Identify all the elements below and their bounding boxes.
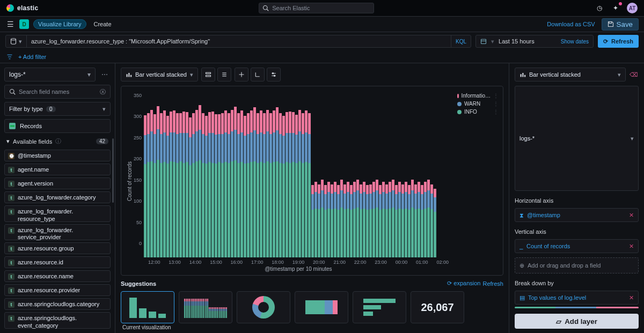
remove-icon[interactable]: ✕ [629,212,634,219]
chart-bar[interactable] [144,115,147,257]
field-item[interactable]: tazure.springcloudlogs.category [4,298,111,310]
chart-bar[interactable] [182,112,185,257]
show-dates-link[interactable]: Show dates [561,39,589,45]
chart-bar[interactable] [408,185,411,257]
chart-bar[interactable] [170,112,172,257]
add-filter-link[interactable]: + Add filter [18,54,46,60]
brand[interactable]: elastic [6,4,38,12]
chart-bar[interactable] [234,107,237,257]
chart-bar[interactable] [356,180,359,257]
time-picker[interactable]: ▾ Last 15 hours Show dates [475,35,594,48]
query-input[interactable]: azure_log_forwarder.resource_type : "Mic… [27,38,451,45]
chart-bar[interactable] [372,182,375,257]
chart-bar[interactable] [260,110,262,257]
legend-item[interactable]: Informatio…⋮ [457,93,499,99]
datasource-settings-icon[interactable]: ⋯ [99,71,111,78]
suggestions-refresh-link[interactable]: ⟳ expansion Refresh [447,280,503,287]
chart-bar[interactable] [224,110,227,257]
chart-bar[interactable] [398,182,401,257]
layer-datasource-select[interactable]: logs-* ▾ [515,86,639,191]
chart-bar[interactable] [298,110,301,257]
chart-bar[interactable] [186,112,188,257]
legend-item[interactable]: INFO⋮ [457,109,499,115]
chart-bar[interactable] [150,110,153,257]
chart-bar[interactable] [340,180,343,257]
axis-button[interactable] [251,68,265,82]
field-item[interactable]: tagent.version [4,177,111,189]
chart-bar[interactable] [269,113,272,257]
suggestion-stacked-single[interactable] [295,291,348,323]
field-item[interactable]: tazure.resource.provider [4,284,111,296]
global-search-input[interactable]: Search Elastic [259,3,374,13]
chart-bar[interactable] [157,106,159,257]
field-item[interactable]: ⌚@timestamp [4,150,111,161]
suggestion-donut[interactable] [237,291,290,323]
remove-icon[interactable]: ✕ [629,294,634,301]
v-axis-add-field[interactable]: ⊕ Add or drag and drop a field [515,257,639,273]
chart-bar[interactable] [247,113,250,257]
chart-bar[interactable] [202,113,204,257]
chart-bar[interactable] [266,110,269,257]
chart-bar[interactable] [218,114,221,257]
space-badge[interactable]: D [19,19,29,29]
chart-bar[interactable] [430,184,433,257]
chart-bar[interactable] [314,182,317,257]
chart-bar[interactable] [292,112,295,257]
chart-bar[interactable] [418,182,420,257]
field-item[interactable]: tazure.springcloudlogs. event_category [4,312,111,329]
chart-bar[interactable] [405,182,407,257]
scrollbar-thumb[interactable] [112,138,114,203]
chart-bar[interactable] [228,113,230,257]
records-row[interactable]: Records [4,119,111,133]
chart-bar[interactable] [318,184,320,257]
settings-button[interactable] [267,68,281,82]
save-button[interactable]: Save [602,18,639,31]
chart-bar[interactable] [324,185,327,257]
refresh-button[interactable]: ⟳ Refresh [598,35,639,48]
chart-bar[interactable] [376,180,378,257]
chart-bar[interactable] [424,182,427,257]
chart-bar[interactable] [337,185,340,257]
chart-bar[interactable] [421,185,423,257]
legend-more-icon[interactable]: ⋮ [493,93,499,99]
suggestion-stacked[interactable] [179,291,232,323]
chart-bar[interactable] [163,110,166,257]
field-item[interactable]: tazure_log_forwarder. service_provider [4,224,111,241]
suggestion-hbar[interactable] [353,291,406,323]
chart-bar[interactable] [427,180,430,257]
chart-bar[interactable] [434,189,436,257]
chart-bar[interactable] [289,112,291,257]
chart-bar[interactable] [311,185,314,257]
chart-bar[interactable] [192,113,195,257]
chart-bar[interactable] [179,113,182,257]
chart-bar[interactable] [250,110,253,257]
field-item[interactable]: tagent.name [4,164,111,175]
user-avatar[interactable]: AT [627,3,638,13]
suggestion-metric[interactable]: 26,067 [411,291,464,323]
field-item[interactable]: tazure_log_forwarder. resource_type [4,205,111,222]
breakdown-field[interactable]: ▤Top values of log.level ✕ [515,291,639,305]
chart-bar[interactable] [231,110,233,257]
layer-delete-icon[interactable]: ⌫ [629,71,639,78]
info-icon[interactable]: ⓘ [55,137,61,145]
chart-bar[interactable] [208,112,211,257]
chart-bar[interactable] [240,110,243,257]
chart-bar[interactable] [366,185,369,257]
clear-icon[interactable]: ⓧ [100,88,106,96]
breadcrumb-visualize[interactable]: Visualize Library [33,19,86,29]
chart-bar[interactable] [305,110,308,257]
chart-bar[interactable] [286,112,288,257]
legend-more-icon[interactable]: ⋮ [493,101,499,107]
legend-item[interactable]: WARN⋮ [457,101,499,107]
chart-bar[interactable] [282,116,285,257]
chart-bar[interactable] [327,182,330,257]
chart-bar[interactable] [276,107,279,257]
chart-bar[interactable] [215,114,217,257]
query-lang-toggle[interactable]: KQL [451,35,471,47]
chart-bar[interactable] [353,182,356,257]
legend-position-button[interactable] [201,68,215,82]
chart-bar[interactable] [392,180,394,257]
h-axis-field[interactable]: ⧗@timestamp ✕ [515,208,639,222]
chart-bar[interactable] [160,113,163,257]
chart-bar[interactable] [166,116,169,257]
